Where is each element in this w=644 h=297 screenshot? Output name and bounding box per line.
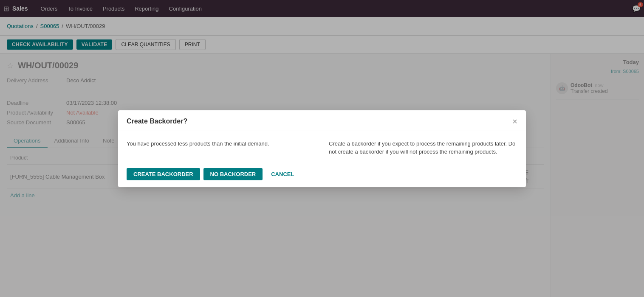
backorder-modal: Create Backorder? × You have processed l… <box>118 110 526 187</box>
modal-close-button[interactable]: × <box>512 117 517 126</box>
modal-header: Create Backorder? × <box>118 110 526 131</box>
modal-title: Create Backorder? <box>127 118 187 125</box>
no-backorder-button[interactable]: NO BACKORDER <box>203 168 263 180</box>
modal-body: You have processed less products than th… <box>118 131 526 163</box>
modal-body-right: Create a backorder if you expect to proc… <box>329 140 517 156</box>
modal-backdrop: Create Backorder? × You have processed l… <box>0 0 644 297</box>
modal-body-left: You have processed less products than th… <box>127 140 315 156</box>
modal-footer: CREATE BACKORDER NO BACKORDER CANCEL <box>118 163 526 187</box>
create-backorder-button[interactable]: CREATE BACKORDER <box>127 168 200 180</box>
cancel-button[interactable]: CANCEL <box>266 168 299 180</box>
